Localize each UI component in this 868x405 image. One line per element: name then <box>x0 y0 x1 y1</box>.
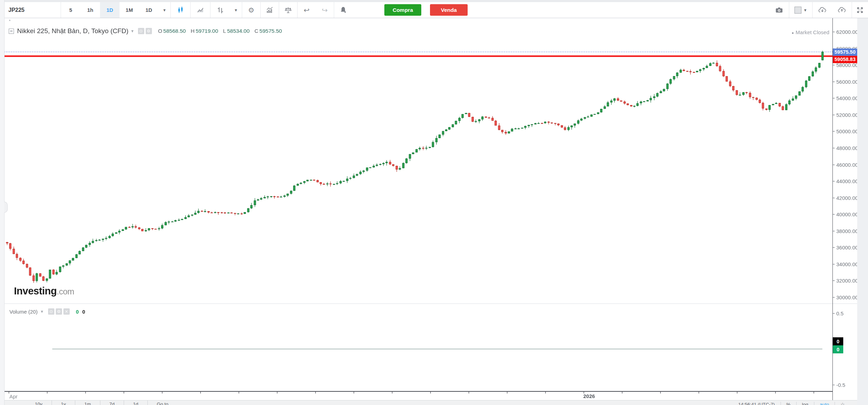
volume-ma-value: 0 <box>76 309 79 315</box>
candlestick-chart-icon[interactable] <box>171 2 190 18</box>
interval-dropdown-caret-icon[interactable]: ▼ <box>159 2 170 18</box>
range-button-7d[interactable]: 7d <box>100 400 124 405</box>
fullscreen-icon[interactable] <box>852 2 868 18</box>
collapse-pane-icon[interactable] <box>9 29 14 34</box>
red-line-price-label: 59058.83 <box>833 56 857 63</box>
volume-caret-icon[interactable]: ▼ <box>40 309 44 314</box>
price-axis-tick: 42000.00 <box>836 195 858 201</box>
chart-type-caret-icon[interactable]: ▼ <box>230 2 242 18</box>
price-axis-tick: 56000.00 <box>836 79 858 85</box>
right-edge-panel <box>857 18 868 405</box>
volume-axis-tick: 0.5 <box>836 310 844 316</box>
compare-scales-icon[interactable] <box>279 2 297 18</box>
percent-scale-button[interactable]: % <box>786 402 791 405</box>
market-status: ●Market Closed <box>783 29 829 35</box>
alert-bell-icon[interactable] <box>334 2 352 18</box>
last-price-label: 59575.50 <box>833 48 857 56</box>
range-button-10y[interactable]: 10y <box>26 400 52 405</box>
interval-button-5-0[interactable]: 5 <box>61 2 80 18</box>
cloud-download-icon[interactable] <box>813 2 832 18</box>
cloud-upload-icon[interactable] <box>832 2 852 18</box>
legend-eye-icon[interactable]: ⊙ <box>138 28 144 34</box>
high-label: H <box>191 28 194 34</box>
price-chart-canvas[interactable] <box>0 0 868 405</box>
toolbar-spacer <box>468 2 769 18</box>
volume-axis-tick: -0.5 <box>836 382 845 388</box>
time-axis-year-label: 2026 <box>583 393 595 399</box>
volume-value: 0 <box>82 309 85 315</box>
clock-and-scale: 14:56:41 (UTC-7) % log auto ☆ <box>738 402 845 405</box>
interval-group: 51h1D1M1D <box>61 2 159 18</box>
clock[interactable]: 14:56:41 (UTC-7) <box>738 402 775 405</box>
price-axis-tick: 36000.00 <box>836 245 858 250</box>
price-axis-tick: 50000.00 <box>836 128 858 134</box>
top-toolbar: JP225 51h1D1M1D ▼ <box>4 2 868 18</box>
low-label: L <box>223 28 226 34</box>
volume-gear-icon[interactable]: ⚙ <box>56 308 62 315</box>
range-selector: 10y1y1m7d1dGo to <box>26 400 177 405</box>
interval-button-1m-3[interactable]: 1M <box>120 2 139 18</box>
volume-close-icon[interactable]: × <box>63 308 70 315</box>
volume-title[interactable]: Volume (20) <box>9 309 38 315</box>
interval-button-1h-1[interactable]: 1h <box>80 2 100 18</box>
price-axis-tick: 38000.00 <box>836 228 858 234</box>
indicators-icon[interactable] <box>261 2 279 18</box>
settings-gear-icon[interactable]: ⚙ <box>242 2 260 18</box>
symbol-input[interactable]: JP225 <box>4 2 61 18</box>
time-axis-month-label: Apr <box>9 393 17 399</box>
interval-button-1d-4[interactable]: 1D <box>139 2 159 18</box>
price-axis-tick: 44000.00 <box>836 178 858 184</box>
price-axis-tick: 32000.00 <box>836 278 858 284</box>
high-value: 59719.00 <box>195 28 218 34</box>
interval-button-1d-2[interactable]: 1D <box>100 2 120 18</box>
log-scale-button[interactable]: log <box>802 402 808 405</box>
ohlc-readout: O 58568.50 H 59719.00 L 58534.00 C 59575… <box>158 28 287 34</box>
range-button-1d[interactable]: 1d <box>124 400 148 405</box>
toolbar-collapse-arrow-icon[interactable]: ▲ <box>8 18 11 22</box>
camera-icon[interactable] <box>769 2 789 18</box>
range-button-1y[interactable]: 1y <box>52 400 75 405</box>
legend-gear-icon[interactable]: ⚙ <box>146 28 152 34</box>
close-value: 59575.50 <box>260 28 282 34</box>
sell-button[interactable]: Venda <box>430 4 468 16</box>
volume-zero-label-black: 0 <box>833 337 843 345</box>
area-chart-icon[interactable] <box>191 2 210 18</box>
legend-caret-icon[interactable]: ▼ <box>131 29 135 33</box>
close-label: C <box>254 28 258 34</box>
price-axis-tick: 30000.00 <box>836 294 858 300</box>
layout-square-icon[interactable]: ▼ <box>789 2 812 18</box>
instrument-title[interactable]: Nikkei 225, Nhật Bản, D, Tokyo (CFD) <box>17 27 129 35</box>
volume-zero-label-green: 0 <box>833 345 843 353</box>
price-axis-tick: 54000.00 <box>836 95 858 101</box>
undo-icon[interactable]: ↩ <box>298 2 316 18</box>
price-axis-tick: 40000.00 <box>836 211 858 217</box>
volume-legend: Volume (20) ▼ ⊙ ⚙ × 0 0 <box>9 308 85 315</box>
sidebar-toggle-handle[interactable] <box>4 202 8 213</box>
bottom-toolbar: 10y1y1m7d1dGo to 14:56:41 (UTC-7) % log … <box>4 400 857 405</box>
volume-eye-icon[interactable]: ⊙ <box>48 308 54 315</box>
status-dot-icon: ● <box>792 31 794 35</box>
redo-icon[interactable]: ↪ <box>316 2 334 18</box>
price-axis-tick: 52000.00 <box>836 112 858 118</box>
open-label: O <box>158 28 162 34</box>
ohlc-bars-icon[interactable] <box>210 2 230 18</box>
chart-legend: Nikkei 225, Nhật Bản, D, Tokyo (CFD) ▼ ⊙… <box>9 27 287 35</box>
range-button-go-to[interactable]: Go to <box>148 400 177 405</box>
auto-scale-button[interactable]: auto <box>820 402 829 405</box>
trading-chart-app: JP225 51h1D1M1D ▼ <box>0 0 868 405</box>
open-value: 58568.50 <box>163 28 186 34</box>
price-axis-tick: 46000.00 <box>836 162 858 168</box>
low-value: 58534.00 <box>227 28 250 34</box>
price-axis-tick: 62000.00 <box>836 29 858 35</box>
investing-logo: Investing.com <box>14 285 74 297</box>
range-button-1m[interactable]: 1m <box>75 400 100 405</box>
price-axis-tick: 48000.00 <box>836 145 858 151</box>
favorite-star-icon[interactable]: ☆ <box>840 402 845 405</box>
buy-button[interactable]: Compra <box>384 4 421 16</box>
price-axis-tick: 34000.00 <box>836 261 858 267</box>
